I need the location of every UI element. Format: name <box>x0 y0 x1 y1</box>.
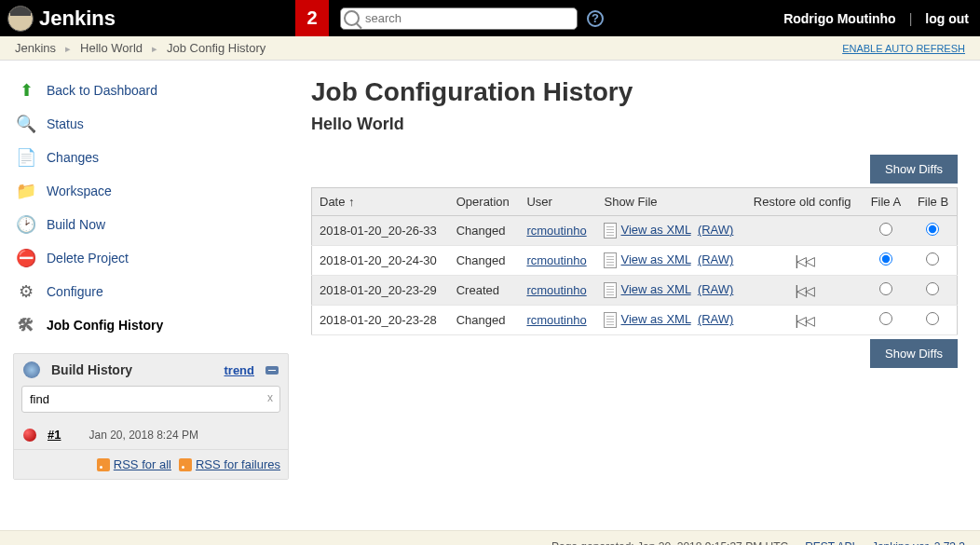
jenkins-version-link[interactable]: Jenkins ver. 2.73.3 <box>872 540 965 545</box>
cell-show-file: View as XML (RAW) <box>596 216 745 246</box>
task-configure[interactable]: ⚙Configure <box>13 275 289 308</box>
task-back-to-dashboard[interactable]: ⬆Back to Dashboard <box>13 74 289 107</box>
page-footer: Page generated: Jan 20, 2018 9:15:37 PM … <box>0 530 980 545</box>
build-row[interactable]: #1 Jan 20, 2018 8:24 PM <box>14 420 288 449</box>
file-b-radio[interactable] <box>926 223 939 236</box>
task-delete-project[interactable]: ⛔Delete Project <box>13 241 289 275</box>
user-link[interactable]: rcmoutinho <box>526 253 586 267</box>
auto-refresh-link[interactable]: ENABLE AUTO REFRESH <box>842 43 965 54</box>
task-label: Workspace <box>47 184 112 198</box>
file-b-radio[interactable] <box>926 312 939 325</box>
cell-show-file: View as XML (RAW) <box>596 246 745 276</box>
view-xml-link[interactable]: View as XML <box>620 282 690 296</box>
build-date: Jan 20, 2018 8:24 PM <box>88 429 197 442</box>
col-date[interactable]: Date ↑ <box>312 188 449 216</box>
search-input[interactable] <box>340 7 578 30</box>
arrow-up-icon: ⬆ <box>15 79 37 102</box>
col-user: User <box>519 188 596 216</box>
chevron-right-icon: ▸ <box>65 43 71 54</box>
rss-icon <box>179 458 192 471</box>
clear-search-icon[interactable]: x <box>267 391 273 404</box>
file-icon <box>604 223 617 238</box>
task-build-now[interactable]: 🕑Build Now <box>13 208 289 241</box>
task-workspace[interactable]: 📁Workspace <box>13 174 289 208</box>
task-changes[interactable]: 📄Changes <box>13 141 289 174</box>
task-list: ⬆Back to Dashboard🔍Status📄Changes📁Worksp… <box>13 74 289 342</box>
cell-file-b <box>909 246 958 276</box>
cell-restore: |◁◁ <box>746 276 863 306</box>
notification-badge[interactable]: 2 <box>295 0 329 36</box>
view-xml-link[interactable]: View as XML <box>620 312 690 326</box>
breadcrumb-item[interactable]: Hello World <box>80 41 143 55</box>
task-label: Status <box>47 116 84 131</box>
file-a-radio[interactable] <box>879 282 892 295</box>
restore-icon[interactable]: |◁◁ <box>795 313 813 328</box>
chevron-right-icon: ▸ <box>152 43 157 54</box>
breadcrumb-item[interactable]: Jenkins <box>15 41 56 55</box>
build-number-link[interactable]: #1 <box>48 428 61 442</box>
show-diffs-button-bottom[interactable]: Show Diffs <box>870 339 958 368</box>
restore-icon[interactable]: |◁◁ <box>795 253 813 268</box>
user-block: Rodrigo Moutinho | log out <box>783 11 969 26</box>
logout-link[interactable]: log out <box>925 11 969 26</box>
help-icon[interactable]: ? <box>587 10 604 27</box>
jenkins-logo[interactable]: Jenkins <box>7 6 116 32</box>
col-restore: Restore old config <box>746 188 863 216</box>
cell-user: rcmoutinho <box>519 216 596 246</box>
table-row: 2018-01-20_20-24-30ChangedrcmoutinhoView… <box>312 246 958 276</box>
user-link[interactable]: rcmoutinho <box>526 313 586 327</box>
user-link[interactable]: Rodrigo Moutinho <box>783 11 896 26</box>
restore-icon[interactable]: |◁◁ <box>795 283 813 298</box>
file-b-radio[interactable] <box>926 282 939 295</box>
file-icon <box>604 282 617 298</box>
raw-link[interactable]: (RAW) <box>698 282 734 296</box>
cell-date: 2018-01-20_20-23-28 <box>312 306 449 335</box>
rss-failures-link[interactable]: RSS for failures <box>179 457 280 471</box>
task-label: Changes <box>47 150 99 165</box>
rss-all-link[interactable]: RSS for all <box>97 457 171 471</box>
folder-icon: 📁 <box>15 180 37 202</box>
user-link[interactable]: rcmoutinho <box>526 224 586 238</box>
view-xml-link[interactable]: View as XML <box>620 252 690 266</box>
build-history-search-input[interactable] <box>22 387 279 412</box>
task-label: Back to Dashboard <box>47 83 157 98</box>
cell-date: 2018-01-20_20-26-33 <box>312 216 449 246</box>
task-label: Job Config History <box>47 318 163 333</box>
cell-restore: |◁◁ <box>746 306 863 335</box>
raw-link[interactable]: (RAW) <box>698 252 734 266</box>
rss-icon <box>97 458 110 471</box>
col-file-b: File B <box>909 188 958 216</box>
file-b-radio[interactable] <box>926 252 939 266</box>
cell-user: rcmoutinho <box>519 306 596 335</box>
show-diffs-button-top[interactable]: Show Diffs <box>870 155 958 184</box>
cell-file-b <box>909 276 958 306</box>
build-history-title: Build History <box>51 362 132 377</box>
trend-link[interactable]: trend <box>225 363 255 377</box>
cell-file-a <box>863 246 909 276</box>
history-table: Date ↑ Operation User Show File Restore … <box>311 187 958 335</box>
cell-date: 2018-01-20_20-24-30 <box>312 246 449 276</box>
task-status[interactable]: 🔍Status <box>13 107 289 141</box>
no-entry-icon: ⛔ <box>15 247 37 269</box>
cell-show-file: View as XML (RAW) <box>596 306 745 335</box>
breadcrumb-item[interactable]: Job Config History <box>167 41 265 55</box>
top-bar: Jenkins 2 ? Rodrigo Moutinho | log out <box>0 0 980 36</box>
cell-show-file: View as XML (RAW) <box>596 276 745 306</box>
file-a-radio[interactable] <box>879 312 892 325</box>
cell-file-b <box>909 306 958 335</box>
build-history-widget: Build History trend x #1 Jan 20, 2018 8:… <box>13 353 289 480</box>
rest-api-link[interactable]: REST API <box>805 540 855 545</box>
user-link[interactable]: rcmoutinho <box>526 283 586 297</box>
view-xml-link[interactable]: View as XML <box>620 223 690 237</box>
collapse-icon[interactable] <box>265 366 279 375</box>
task-label: Build Now <box>47 217 105 232</box>
file-a-radio[interactable] <box>879 223 892 236</box>
file-a-radio[interactable] <box>879 252 892 266</box>
magnifier-icon: 🔍 <box>15 113 37 135</box>
cell-operation: Created <box>449 276 520 306</box>
raw-link[interactable]: (RAW) <box>698 223 734 237</box>
raw-link[interactable]: (RAW) <box>698 312 734 326</box>
build-status-ball-icon <box>23 429 36 442</box>
gear-icon: ⚙ <box>15 280 37 303</box>
task-job-config-history[interactable]: 🛠Job Config History <box>13 308 289 342</box>
